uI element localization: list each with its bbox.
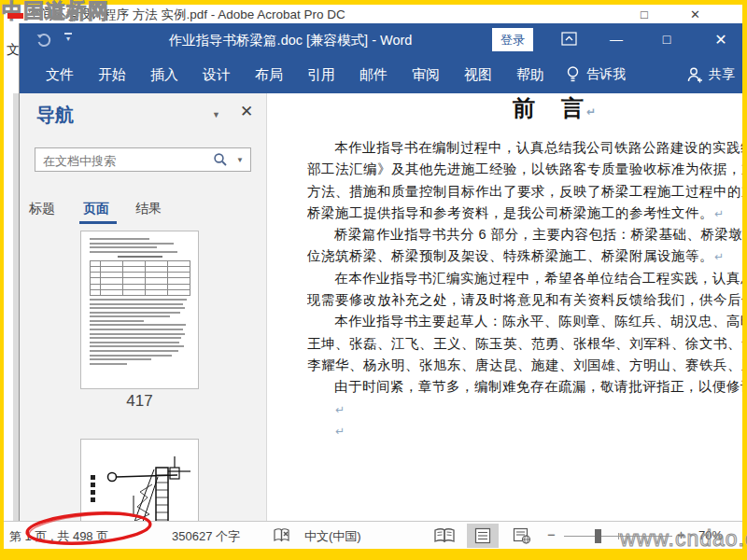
page-thumbnail-417[interactable]: [80, 231, 199, 389]
document-line: 现需要修改放补充之处，请及时将意见和有关资料反馈给我们，供今后修订时参考。↵: [307, 289, 742, 311]
ribbon-tab-7[interactable]: 审阅: [400, 56, 452, 93]
ribbon-tab-2[interactable]: 插入: [138, 56, 190, 93]
search-input[interactable]: [41, 150, 199, 171]
proofing-errors-icon[interactable]: [273, 528, 291, 548]
pilcrow-mark: ↵: [714, 207, 725, 220]
document-area[interactable]: 前 言↵ 本作业指导书在编制过程中，认真总结我公司铁路公路建设的实践经验，学习和…: [267, 93, 742, 521]
nav-tab-headings[interactable]: 标题: [29, 201, 55, 217]
ribbon-tab-3[interactable]: 设计: [190, 56, 243, 93]
zoom-slider-tick: [618, 533, 619, 539]
ribbon-tab-4[interactable]: 布局: [243, 56, 295, 93]
crane-diagram: [81, 440, 198, 521]
maximize-button[interactable]: □: [651, 23, 683, 56]
search-icon[interactable]: [213, 152, 228, 171]
thumbnail-table: [90, 260, 190, 296]
ribbon-tab-6[interactable]: 邮件: [347, 56, 400, 93]
document-line: 桥梁篇作业指导书共分 6 部分，主要内容包括：桥梁基础、桥梁墩台身及框构、桥: [307, 224, 742, 245]
pilcrow-mark: ↵: [586, 105, 598, 119]
zoom-out-button[interactable]: −: [547, 526, 556, 542]
document-line: 在本作业指导书汇编实施过程中，希望各单位结合工程实践，认真总结经验，积累: [307, 268, 742, 289]
document-line: 本作业指导书在编制过程中，认真总结我公司铁路公路建设的实践经验，学习和借: [307, 137, 742, 159]
document-line: 本作业指导书主要起草人：陈永平、陈则章、陈红兵、胡汉忠、高晓玲、刘鹏、赵: [307, 311, 742, 332]
thumbnail-page-number: 417: [80, 392, 199, 411]
minimize-button[interactable]: —: [600, 23, 632, 56]
share-label: 共享: [709, 66, 735, 83]
sign-in-button[interactable]: 登录: [492, 28, 533, 51]
person-plus-icon: [686, 66, 704, 83]
ribbon-tabs: 文件开始插入设计布局引用邮件审阅视图帮助 告诉我 共享: [20, 56, 742, 93]
print-layout-icon: [474, 527, 491, 544]
tell-me-label: 告诉我: [586, 66, 626, 83]
share-button[interactable]: 共享: [686, 66, 735, 83]
pilcrow-mark: ↵: [335, 403, 345, 416]
site-url-watermark: www.cndao.com: [620, 526, 747, 552]
navigation-pane-title: 导航: [36, 103, 74, 128]
document-line: 李耀华、杨永明、张旭东、唐达昆、施建、刘国雄、方明山、赛铁兵、王鹏、汪婧。↵: [307, 355, 742, 376]
search-options-caret-icon[interactable]: ▼: [236, 156, 244, 164]
document-line: 部工法汇编》及其他先进施工经验，以铁路客专质量验收标准为依据，重点对施工过程: [307, 159, 742, 180]
nav-tab-results[interactable]: 结果: [135, 201, 162, 217]
background-menu-item[interactable]: 文: [7, 42, 20, 59]
quick-access-customize-icon[interactable]: ▾: [64, 33, 72, 43]
logo-red-accent: [7, 13, 23, 19]
navigation-close-icon[interactable]: ✕: [240, 102, 253, 121]
document-text: 本作业指导书在编制过程中，认真总结我公司铁路公路建设的实践经验，学习和借部工法汇…: [307, 137, 742, 441]
navigation-pane: 导航 ▼ ✕ ▼ 标题 页面 结果 417: [20, 93, 267, 521]
ribbon-display-options-icon[interactable]: [561, 31, 577, 50]
document-line: ↵: [307, 420, 742, 441]
lightbulb-icon: [566, 65, 580, 84]
pilcrow-mark: ↵: [714, 250, 725, 263]
active-tab-underline: [79, 221, 117, 224]
background-window-title: 空间环境设计程序 方法 实例.pdf - Adobe Acrobat Pro D…: [28, 7, 626, 23]
document-line: 由于时间紧，章节多，编制难免存在疏漏，敬请批评指正，以便修订。↵: [307, 376, 742, 398]
page-count-indicator[interactable]: 第 1 页 , 共 498 页: [9, 528, 108, 545]
ribbon-tab-5[interactable]: 引用: [295, 56, 347, 93]
document-line: 方法、措施和质量控制目标作出了要求，反映了桥梁工程施工过程中的重要工艺环节，: [307, 181, 742, 203]
print-layout-button[interactable]: [467, 524, 499, 548]
pilcrow-mark: ↵: [335, 425, 345, 438]
document-line: 王坤、张磊、江飞、王义、陈玉英、范勇、张根华、刘军科、徐文书、俞祖军、刘小野: [307, 333, 742, 355]
navigation-options-caret-icon[interactable]: ▼: [212, 110, 220, 119]
word-titlebar: ▾ 作业指导书桥梁篇.doc [兼容模式] - Word 登录 — □ ✕: [20, 23, 742, 56]
background-maximize-button[interactable]: □: [641, 7, 648, 21]
ribbon-tab-8[interactable]: 视图: [452, 56, 504, 93]
page-thumbnail-next[interactable]: [80, 439, 199, 521]
language-indicator[interactable]: 中文(中国): [304, 528, 361, 545]
document-line: ↵: [307, 399, 742, 420]
word-window: ▾ 作业指导书桥梁篇.doc [兼容模式] - Word 登录 — □ ✕ 文件…: [19, 23, 742, 521]
ribbon-tab-0[interactable]: 文件: [34, 56, 86, 93]
background-close-button[interactable]: ✕: [690, 7, 700, 21]
undo-icon[interactable]: [35, 30, 53, 52]
document-line: 位浇筑桥梁、桥梁预制及架设、特殊桥梁施工、桥梁附属设施等。↵: [307, 245, 742, 267]
tell-me-group[interactable]: 告诉我: [566, 65, 626, 84]
document-heading: 前 言↵: [513, 93, 598, 123]
nav-tab-pages[interactable]: 页面: [83, 201, 109, 217]
read-mode-button[interactable]: [429, 524, 460, 548]
web-layout-button[interactable]: [506, 524, 538, 548]
document-search-box[interactable]: ▼: [35, 147, 251, 172]
read-mode-icon: [434, 528, 455, 543]
word-count-indicator[interactable]: 350627 个字: [172, 528, 240, 545]
document-window-title: 作业指导书桥梁篇.doc [兼容模式] - Word: [132, 32, 449, 49]
web-layout-icon: [513, 527, 531, 544]
ribbon-tab-9[interactable]: 帮助: [504, 56, 557, 93]
close-button[interactable]: ✕: [705, 23, 737, 56]
document-line: 桥梁施工提供指导和参考资料，是我公司桥梁施工的参考性文件。↵: [307, 203, 742, 224]
zoom-slider-handle[interactable]: [595, 529, 601, 543]
ribbon-tab-1[interactable]: 开始: [86, 56, 138, 93]
